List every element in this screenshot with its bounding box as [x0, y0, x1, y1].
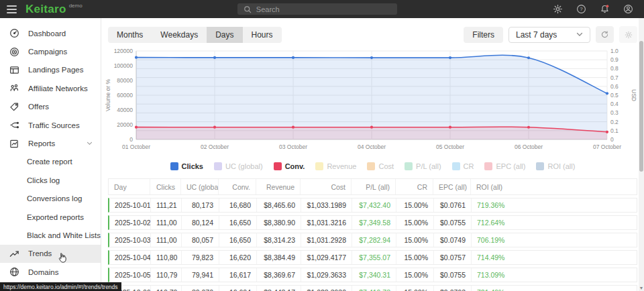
sidebar-item-label: Conversions log: [27, 194, 82, 202]
view-tabs: MonthsWeekdaysDaysHours: [108, 27, 282, 43]
sidebar-item-clicks-log[interactable]: Clicks log: [0, 171, 101, 189]
trends-table: DayClicksUC (global)Conv.RevenueCostP/L …: [108, 178, 637, 291]
table-cell: $7,282.94: [352, 233, 396, 247]
sidebar-item-affiliate-networks[interactable]: Affiliate Networks: [0, 79, 101, 97]
column-header-roi-all: ROI (all): [471, 179, 637, 194]
table-cell: 2025-10-01: [109, 198, 151, 212]
table-cell: $7,340.31: [352, 268, 396, 282]
svg-text:05 October: 05 October: [436, 143, 464, 150]
sidebar-item-label: Dashboard: [28, 30, 66, 38]
table-cell: 79,941: [182, 268, 219, 282]
legend-item-roi-all[interactable]: ROI (all): [536, 162, 575, 170]
search-icon: [244, 5, 252, 13]
svg-text:04 October: 04 October: [358, 143, 386, 150]
sidebar-item-conversions-log[interactable]: Conversions log: [0, 190, 101, 208]
legend-label: EPC (all): [496, 162, 525, 170]
traffic-sources-icon: [9, 120, 20, 131]
scrollbar-down-arrow[interactable]: ▼: [639, 286, 644, 290]
column-header-conv: Conv.: [219, 179, 256, 194]
offers-icon: [9, 101, 20, 112]
sidebar-item-label: Reports: [28, 139, 55, 148]
sidebar-item-traffic-sources[interactable]: Traffic Sources: [0, 116, 101, 134]
svg-text:1.0: 1.0: [610, 48, 619, 54]
tab-months[interactable]: Months: [108, 27, 152, 43]
sidebar-item-domains[interactable]: Domains: [0, 263, 101, 281]
svg-text:0.6: 0.6: [610, 83, 619, 90]
sidebar-item-landings-pages[interactable]: Landings Pages: [0, 61, 101, 79]
sidebar-item-offers[interactable]: Offers: [0, 98, 101, 116]
sidebar-item-create-report[interactable]: Create report: [0, 153, 101, 171]
column-header-epc-all: EPC (all): [433, 179, 471, 194]
sidebar-item-label: Landings Pages: [28, 66, 83, 74]
svg-text:01 October: 01 October: [122, 143, 150, 150]
table-cell: 15.00%: [396, 233, 434, 247]
svg-text:Volume or %: Volume or %: [105, 78, 111, 111]
chart-settings-button[interactable]: [619, 26, 637, 43]
table-cell: 111,00: [151, 216, 182, 229]
trends-chart: 00.10.20.30.40.50.60.70.80.91.0020000400…: [103, 47, 644, 154]
vertical-scrollbar[interactable]: ▼: [639, 18, 644, 291]
legend-label: ROI (all): [547, 162, 575, 170]
scrollbar-thumb[interactable]: [639, 41, 643, 172]
tab-hours[interactable]: Hours: [243, 27, 282, 43]
legend-item-conv[interactable]: Conv.: [274, 162, 305, 170]
column-header-uc-global: UC (global): [181, 179, 219, 194]
menu-icon[interactable]: [0, 5, 20, 13]
legend-item-uc-global[interactable]: UC (global): [214, 162, 263, 170]
sidebar-item-trends[interactable]: Trends: [0, 245, 101, 263]
date-range-select[interactable]: Last 7 days: [508, 27, 590, 43]
filters-button[interactable]: Filters: [464, 27, 503, 43]
landings-pages-icon: [9, 64, 20, 75]
svg-text:40000: 40000: [117, 107, 133, 113]
table-cell: 15.00%: [396, 286, 434, 291]
domains-icon: [9, 267, 20, 278]
table-cell: 111,21: [151, 198, 182, 212]
sidebar-item-dashboard[interactable]: Dashboard: [0, 24, 101, 42]
sidebar-item-label: Offers: [28, 103, 49, 111]
tab-days[interactable]: Days: [207, 27, 242, 43]
table-cell: 2025-10-04: [109, 251, 151, 264]
legend-item-epc-all[interactable]: EPC (all): [484, 162, 525, 170]
account-icon[interactable]: [623, 4, 633, 15]
legend-item-p-l-all[interactable]: P/L (all): [405, 162, 441, 170]
column-header-day: Day: [109, 179, 150, 194]
legend-label: CR: [464, 162, 474, 170]
svg-text:100000: 100000: [114, 62, 133, 69]
sidebar-item-label: Clicks log: [27, 176, 60, 184]
svg-text:120000: 120000: [114, 48, 133, 54]
refresh-button[interactable]: [596, 26, 614, 43]
sidebar-item-reports[interactable]: Reports: [0, 134, 101, 152]
table-row: 2025-10-06110,7080,07016,604$8,448.17$1,…: [108, 285, 637, 291]
table-cell: $0.0763: [434, 286, 472, 291]
table-row: 2025-10-04110,8079,82316,620$8,384.49$1,…: [108, 250, 637, 265]
tab-weekdays[interactable]: Weekdays: [152, 27, 207, 43]
legend-swatch: [367, 162, 375, 170]
sidebar-item-campaigns[interactable]: Campaigns: [0, 42, 101, 60]
reports-icon: [9, 138, 20, 149]
top-bar: Keitaro demo Search ?: [0, 0, 644, 18]
table-cell: $0.0761: [434, 198, 472, 212]
sidebar-item-label: Domains: [28, 268, 58, 276]
svg-text:0: 0: [610, 136, 614, 143]
legend-item-cost[interactable]: Cost: [367, 162, 394, 170]
sidebar-item-label: Black and White Lists: [27, 231, 101, 239]
legend-item-revenue[interactable]: Revenue: [315, 162, 356, 170]
legend-item-clicks[interactable]: Clicks: [170, 162, 203, 170]
table-row: 2025-10-05110,7979,94116,617$8,369.67$1,…: [108, 268, 637, 282]
table-cell: 111,00: [151, 233, 182, 247]
bell-icon[interactable]: [599, 4, 610, 15]
sidebar-item-black-and-white-lists[interactable]: Black and White Lists: [0, 226, 101, 244]
sidebar-item-exported-reports[interactable]: Exported reports: [0, 208, 101, 226]
table-cell: 15.00%: [396, 268, 434, 282]
gear-icon[interactable]: [552, 4, 563, 15]
toolbar: MonthsWeekdaysDaysHours Filters Last 7 d…: [108, 26, 637, 43]
table-cell: $1,031.3216: [301, 216, 352, 229]
legend-item-cr[interactable]: CR: [452, 162, 474, 170]
legend-swatch: [405, 162, 413, 170]
help-icon[interactable]: ?: [576, 4, 586, 15]
legend-label: Cost: [378, 162, 394, 170]
table-cell: 15.00%: [396, 251, 434, 264]
search-input[interactable]: Search: [237, 3, 397, 15]
table-cell: $7,432.40: [352, 198, 396, 212]
table-cell: $0.0749: [434, 233, 472, 247]
